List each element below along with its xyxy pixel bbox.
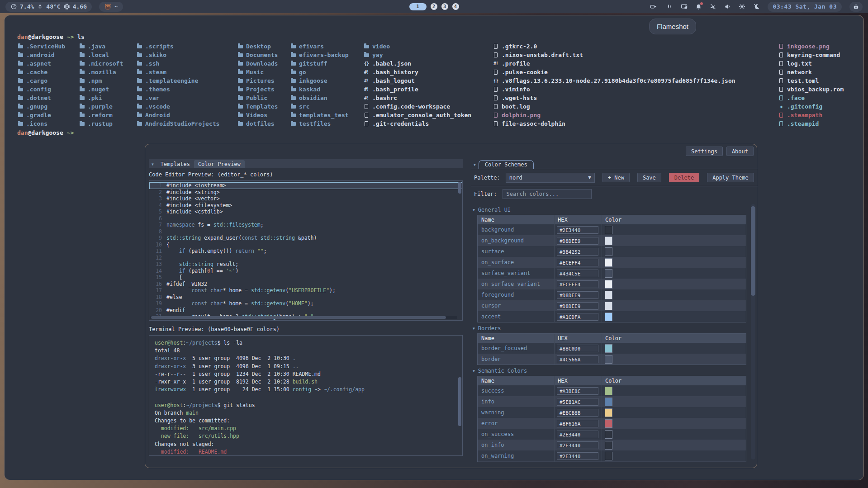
hex-input[interactable]: #2E3440 [557, 226, 598, 234]
new-palette-button[interactable]: + New [602, 173, 630, 182]
delete-button[interactable]: Delete [669, 173, 699, 182]
color-swatch[interactable] [605, 291, 612, 299]
notifications-bell-icon[interactable] [695, 3, 702, 10]
tab-color-schemes[interactable]: Color Schemes [479, 160, 534, 169]
collapse-caret-icon[interactable]: ▼ [152, 162, 154, 166]
file-name: inkgoose [299, 76, 327, 85]
color-swatch[interactable] [605, 398, 612, 406]
hex-input[interactable]: #BF616A [557, 420, 598, 427]
hex-input[interactable]: #D8DEE9 [557, 302, 598, 310]
color-swatch[interactable] [605, 226, 612, 234]
color-swatch[interactable] [605, 419, 612, 428]
section-header[interactable]: ▼Borders [473, 325, 749, 332]
hex-input[interactable]: #434C5E [557, 270, 598, 277]
file-entry: .cache [17, 68, 65, 76]
collapse-caret-icon[interactable]: ▼ [474, 163, 476, 167]
code-editor-preview[interactable]: 1#include <iostream>2#include <string>3#… [149, 180, 463, 321]
file-entry: .templateengine [136, 76, 219, 85]
hex-input[interactable]: #D8DEE9 [557, 291, 598, 299]
color-swatch[interactable] [605, 441, 612, 450]
hex-input[interactable]: #2E3440 [557, 452, 598, 460]
file-icon [778, 87, 784, 92]
file-icon [493, 70, 499, 75]
palette-value: nord [509, 175, 522, 181]
file-entry: efivars [290, 42, 349, 51]
folder-icon [290, 79, 296, 83]
file-name: network [787, 68, 812, 76]
hex-input[interactable]: #5E81AC [557, 398, 598, 406]
color-swatch[interactable] [605, 313, 612, 321]
workspace-3[interactable]: 3 [441, 3, 448, 10]
hex-input[interactable]: #2E3440 [557, 431, 598, 438]
color-swatch[interactable] [605, 355, 612, 364]
file-entry: .viminfo [493, 85, 735, 94]
hex-input[interactable]: #A1CDFA [557, 313, 598, 321]
color-swatch[interactable] [605, 302, 612, 310]
code-vertical-scrollbar[interactable] [458, 182, 461, 194]
about-button[interactable]: About [726, 147, 754, 156]
hex-input[interactable]: #D8DEE9 [557, 237, 598, 245]
hex-input[interactable]: #3B4252 [557, 248, 598, 256]
column-header: Name [478, 334, 555, 343]
workspace-2[interactable]: 2 [431, 3, 437, 10]
file-entry: .cargo [17, 76, 65, 85]
memory-usage: 4.6G [73, 3, 87, 10]
terminal-vertical-scrollbar[interactable] [458, 377, 461, 426]
hex-input[interactable]: #4C566A [557, 355, 598, 363]
clock[interactable]: 03:43 Sat, Jan 03 [768, 2, 842, 12]
file-name: templates_test [299, 111, 349, 119]
file-icon [778, 78, 784, 83]
workspace-4[interactable]: 4 [452, 3, 459, 10]
nightlight-off-icon[interactable] [753, 3, 760, 10]
flameshot-tray-icon[interactable] [666, 3, 673, 10]
file-entry: AndroidStudioProjects [136, 119, 219, 128]
temperature: 48°C [46, 3, 60, 10]
filter-input[interactable] [503, 189, 592, 199]
color-swatch[interactable] [605, 344, 612, 353]
section-header[interactable]: ▼Semantic Colors [473, 368, 749, 374]
settings-button[interactable]: Settings [686, 147, 723, 156]
tray-robot-button[interactable] [849, 2, 863, 12]
tab-color-preview[interactable]: Color Preview [194, 160, 245, 168]
column-header: Name [478, 215, 555, 224]
workspace-1[interactable]: 1 [409, 3, 427, 10]
colors-scrollbar[interactable] [751, 204, 755, 460]
color-swatch[interactable] [605, 387, 612, 395]
hex-input[interactable]: #ECEFF4 [557, 259, 598, 266]
palette-select[interactable]: nord ▼ [506, 173, 595, 183]
camera-icon[interactable] [650, 3, 657, 10]
focused-app-indicator[interactable]: ~ [99, 2, 123, 12]
color-swatch[interactable] [605, 258, 612, 267]
code-horizontal-scrollbar[interactable] [150, 316, 457, 319]
table-row: error#BF616A [478, 418, 746, 429]
hex-input[interactable]: #88C0D0 [557, 345, 598, 352]
airplane-off-icon[interactable] [710, 3, 716, 10]
hex-input[interactable]: #ECEFF4 [557, 280, 598, 288]
hex-input[interactable]: #A3BE8C [557, 387, 598, 395]
file-icon [493, 44, 499, 49]
hex-input[interactable]: #EBCB8B [557, 409, 598, 417]
color-swatch[interactable] [605, 430, 612, 439]
color-swatch[interactable] [605, 280, 612, 289]
file-column: .scripts.skiko.ssh.steam.templateengine.… [136, 42, 219, 128]
terminal-preview[interactable]: user@host:~/projects$ ls -latotal 48drwx… [149, 335, 463, 456]
color-swatch[interactable] [605, 247, 612, 256]
color-swatch[interactable] [605, 269, 612, 278]
code-line: 14 if (path[0] == '~') [149, 268, 462, 275]
section-header[interactable]: ▼General UI [473, 207, 749, 213]
volume-icon[interactable] [724, 3, 731, 10]
apply-theme-button[interactable]: Apply Theme [707, 173, 754, 182]
tab-templates[interactable]: Templates [157, 160, 194, 168]
file-entry: vbios_backup.rom [778, 85, 844, 94]
color-swatch[interactable] [605, 452, 612, 460]
code-line: 2#include <string> [149, 189, 462, 196]
file-name: .aspnet [26, 59, 51, 68]
brightness-sun-icon[interactable] [739, 3, 745, 10]
screenshare-lock-icon[interactable] [681, 3, 688, 10]
save-button[interactable]: Save [637, 173, 661, 182]
color-swatch[interactable] [605, 408, 612, 417]
color-swatch[interactable] [605, 237, 612, 245]
hex-input[interactable]: #2E3440 [557, 441, 598, 449]
folder-icon [17, 96, 24, 100]
file-entry: Public [237, 94, 278, 102]
